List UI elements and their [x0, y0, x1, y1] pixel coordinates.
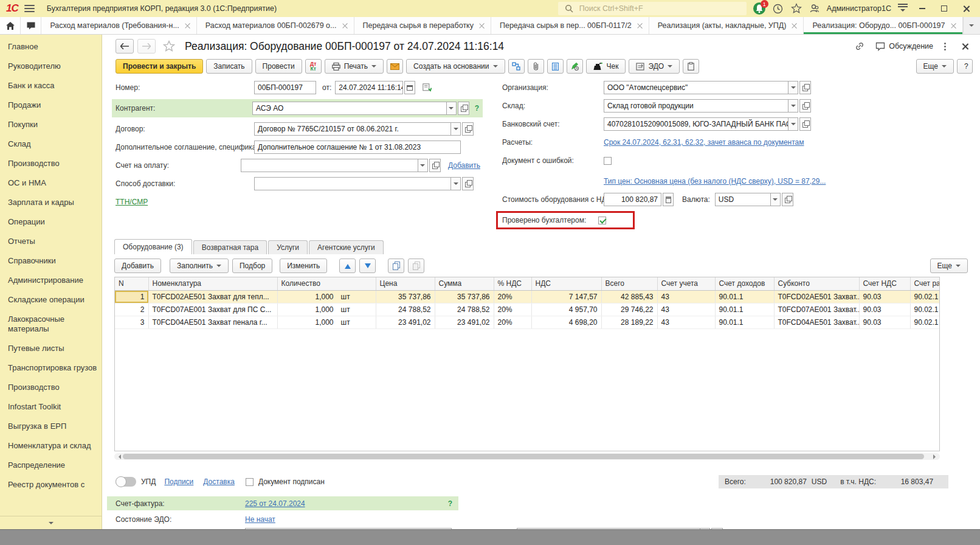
global-search-input[interactable]: Поиск Ctrl+Shift+F [558, 2, 747, 15]
sidebar-item[interactable]: Транспортировка грузов [0, 358, 102, 378]
sidebar-item[interactable]: Операции [0, 212, 102, 232]
table-cell[interactable]: 1,000шт [277, 290, 376, 303]
dropdown-icon[interactable] [770, 193, 781, 206]
column-header[interactable]: Счет учета [657, 277, 715, 290]
invoice-help-link[interactable]: ? [448, 499, 452, 508]
dropdown-icon[interactable] [788, 81, 798, 94]
invoice-link[interactable]: 225 от 24.07.2024 [245, 499, 305, 508]
responsible-input[interactable]: Макаренко Н.М. [517, 528, 710, 529]
sheet-tab[interactable]: Услуги [268, 240, 308, 254]
table-cell[interactable]: T0FCD04AE501 Захват... [774, 316, 859, 328]
table-cell[interactable]: T0FCD02AE501 Захват... [774, 290, 859, 303]
sidebar-item[interactable]: Распределение [0, 456, 102, 475]
tab-close-icon[interactable] [637, 23, 643, 29]
table-cell[interactable]: 4 957,70 [531, 303, 601, 316]
open-organization-icon[interactable] [799, 81, 811, 94]
contract-input[interactable]: Договор № 7765С/210157 от 08.06.2021 г. [254, 122, 461, 136]
bank-account-input[interactable]: 40702810152090015089, ЮГО-ЗАПАДНЫЙ БАНК … [604, 117, 798, 131]
delivery-method-input[interactable] [254, 177, 461, 190]
calendar-icon[interactable] [404, 81, 415, 94]
column-header[interactable]: Счет ра... [910, 277, 940, 290]
table-cell[interactable]: T0FCD07AE001 Захват для ПС С... [148, 303, 277, 316]
error-doc-checkbox[interactable] [604, 157, 612, 165]
table-cell[interactable]: 35 737,86 [435, 290, 494, 303]
service-menu-icon[interactable] [897, 4, 908, 14]
delivery-link[interactable]: Доставка [203, 477, 235, 486]
main-menu-icon[interactable] [24, 5, 35, 12]
favorite-star-icon[interactable] [163, 40, 175, 52]
table-cell[interactable]: 24 788,52 [376, 303, 435, 316]
table-cell[interactable]: 20% [494, 303, 531, 316]
ttn-cmr-link[interactable]: ТТН/СМР [116, 198, 148, 206]
sidebar-item[interactable]: Infostart Toolkit [0, 397, 102, 417]
column-header[interactable]: Счет НДС [859, 277, 910, 290]
sidebar-item[interactable]: Зарплата и кадры [0, 193, 102, 212]
print-button[interactable]: Печать [325, 59, 384, 74]
open-responsible-icon[interactable] [711, 528, 723, 529]
window-tab[interactable]: Реализация: Оборудо... 00БП-000197 [804, 17, 962, 34]
open-contract-icon[interactable] [462, 122, 474, 136]
checked-by-accountant-checkbox[interactable] [598, 217, 606, 224]
scrollbar-thumb[interactable] [123, 454, 924, 459]
table-cell[interactable]: 42 885,43 [601, 290, 657, 303]
dropdown-icon[interactable] [788, 99, 798, 113]
dropdown-icon[interactable] [450, 177, 461, 190]
notifications-bell-icon[interactable]: 1 [753, 2, 766, 15]
dropdown-icon[interactable] [700, 528, 710, 529]
user-icon[interactable] [809, 2, 821, 15]
paste-rows-button[interactable] [408, 259, 424, 273]
sidebar-expander[interactable] [0, 516, 102, 529]
column-header[interactable]: НДС [531, 277, 601, 290]
table-cell[interactable]: 24 788,52 [435, 303, 494, 316]
currency-input[interactable]: USD [715, 193, 781, 206]
window-tab[interactable]: Передача сырья в переработку [354, 17, 491, 34]
table-cell[interactable]: 90.01.1 [715, 303, 774, 316]
invoice-for-payment-input[interactable] [241, 159, 428, 172]
sidebar-item[interactable]: Отчеты [0, 232, 102, 251]
table-cell[interactable]: 1 [115, 290, 148, 303]
sidebar-item[interactable]: Склад [0, 134, 102, 154]
row-pick-button[interactable]: Подбор [232, 259, 272, 273]
open-counterparty-icon[interactable] [458, 102, 469, 115]
open-delivery-icon[interactable] [462, 177, 474, 190]
table-cell[interactable]: 90.01.1 [715, 290, 774, 303]
number-input[interactable]: 00БП-000197 [254, 81, 316, 94]
sheet-tab[interactable]: Агентские услуги [309, 240, 384, 254]
form-close-icon[interactable] [957, 40, 973, 52]
window-close-button[interactable] [958, 2, 974, 15]
tab-close-icon[interactable] [951, 23, 956, 29]
date-input[interactable]: 24.07.2024 11:16:14 [335, 81, 403, 94]
table-horizontal-scrollbar[interactable] [114, 453, 940, 460]
table-cell[interactable]: 28 189,22 [601, 316, 657, 328]
set-date-icon[interactable] [423, 83, 432, 92]
discussion-button[interactable]: Обсуждение [875, 42, 933, 51]
window-minimize-button[interactable] [914, 2, 930, 15]
sidebar-item[interactable]: Продажи [0, 95, 102, 115]
table-cell[interactable]: 23 491,02 [376, 316, 435, 328]
table-cell[interactable]: T0FCD07AE001 Захват... [774, 303, 859, 316]
table-cell[interactable]: 3 [115, 316, 148, 328]
table-cell[interactable]: 29 746,22 [601, 303, 657, 316]
table-row[interactable]: 1T0FCD02AE501 Захват для тепл...1,000шт3… [115, 290, 940, 303]
send-email-button[interactable] [387, 59, 403, 74]
tab-close-icon[interactable] [342, 23, 348, 29]
sidebar-item[interactable]: Справочники [0, 251, 102, 271]
open-invoice-icon[interactable] [429, 159, 441, 172]
column-header[interactable]: Количество [277, 277, 376, 290]
calculator-icon[interactable] [663, 193, 674, 206]
comment-input[interactable]: з/з 0974/7,8,9 Китай CMR (зачет аванса 8… [245, 528, 452, 529]
sidebar-item[interactable]: Администрирование [0, 271, 102, 290]
table-cell[interactable]: 23 491,02 [435, 316, 494, 328]
tab-list-dropdown[interactable] [963, 17, 980, 34]
attachments-button[interactable] [528, 59, 544, 74]
open-currency-icon[interactable] [782, 193, 793, 206]
dropdown-icon[interactable] [788, 117, 798, 131]
table-cell[interactable]: T0FCD04AE501 Захват пенала г... [148, 316, 277, 328]
help-button[interactable]: ? [957, 59, 973, 74]
home-icon[interactable] [0, 17, 21, 34]
sign-button[interactable] [567, 59, 583, 74]
create-based-on-button[interactable]: Создать на основании [406, 59, 505, 74]
post-and-close-button[interactable]: Провести и закрыть [116, 59, 203, 74]
check-receipt-button[interactable]: Чек [586, 59, 626, 74]
edo-state-link[interactable]: Не начат [245, 515, 275, 524]
